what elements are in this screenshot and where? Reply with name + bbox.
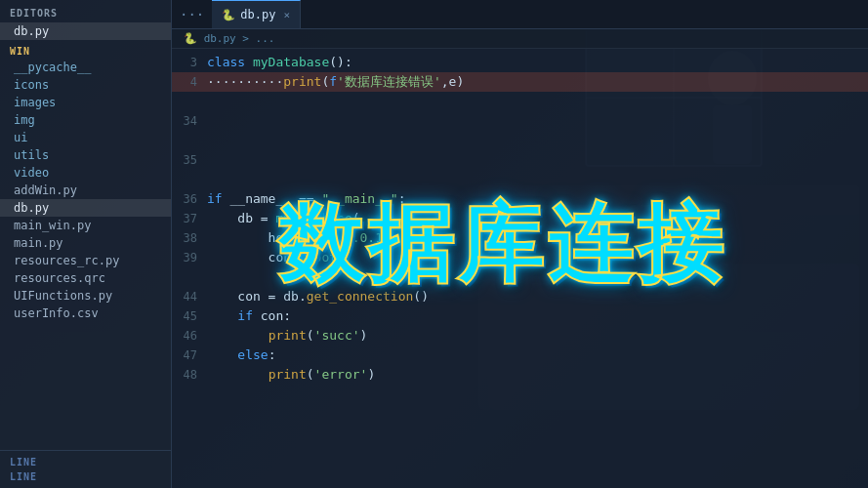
line-num-36: 36 [172, 189, 207, 209]
sidebar-bottom: LINE LINE [0, 450, 171, 488]
code-line-blank1 [172, 92, 868, 111]
line-content-46: print('succ') [207, 326, 868, 346]
line-content-47: else: [207, 346, 868, 365]
line-num-44: 44 [172, 287, 207, 306]
code-line-47: 47 else: [172, 346, 868, 365]
sidebar-item-icons[interactable]: icons [0, 76, 171, 94]
tab-bar: ··· 🐍 db.py × [172, 0, 868, 29]
overlay-title: 数据库连接 [277, 186, 726, 303]
line-num-39: 39 [172, 248, 207, 267]
tab-more[interactable]: ··· [172, 7, 212, 22]
tab-label: db.py [240, 8, 275, 21]
sidebar-item-resourcesrcpy[interactable]: resources_rc.py [0, 252, 171, 269]
tab-dbpy[interactable]: 🐍 db.py × [212, 0, 301, 28]
sidebar-item-video[interactable]: video [0, 164, 171, 182]
line-content-blank2 [207, 131, 868, 150]
sidebar-item-mainwinpy[interactable]: main_win.py [0, 217, 171, 234]
line-content-48: print('error') [207, 365, 868, 385]
line-num-3: 3 [172, 53, 207, 72]
code-line-48: 48 print('error') [172, 365, 868, 385]
code-line-34: 34 [172, 111, 868, 131]
sidebar-item-utils[interactable]: utils [0, 146, 171, 164]
sidebar-item-ui[interactable]: ui [0, 129, 171, 146]
sidebar-item-mainpy[interactable]: main.py [0, 234, 171, 252]
sidebar-item-userinfo[interactable]: userInfo.csv [0, 305, 171, 322]
line-num-45: 45 [172, 306, 207, 326]
line-content-35 [207, 150, 868, 170]
tab-close-icon[interactable]: × [283, 9, 290, 21]
sidebar-item-images[interactable]: images [0, 94, 171, 111]
win-label: WIN [0, 40, 171, 59]
python-icon: 🐍 [222, 9, 235, 21]
breadcrumb-path: db.py > ... [204, 32, 275, 45]
sidebar-item-img[interactable]: img [0, 111, 171, 129]
breadcrumb-icon: 🐍 [184, 32, 204, 45]
code-line-35: 35 [172, 150, 868, 170]
line-content-blank1 [207, 92, 868, 111]
status-line-2: LINE [0, 469, 171, 484]
sidebar: EDITORS db.py WIN __pycache__ icons imag… [0, 0, 172, 488]
code-line-3: 3 class myDatabase(): [172, 53, 868, 72]
sidebar-item-addwinpy[interactable]: addWin.py [0, 182, 171, 199]
sidebar-item-pycache[interactable]: __pycache__ [0, 59, 171, 76]
status-line-1: LINE [0, 455, 171, 469]
line-num-38: 38 [172, 228, 207, 248]
line-content-4: ··········print(f'数据库连接错误',e) [207, 72, 868, 92]
line-content-45: if con: [207, 306, 868, 326]
sidebar-item-uifunctions[interactable]: UIFunctions.py [0, 287, 171, 305]
line-num-37: 37 [172, 209, 207, 228]
breadcrumb: 🐍 db.py > ... [172, 29, 868, 49]
sidebar-item-resourcesqrc[interactable]: resources.qrc [0, 269, 171, 287]
code-line-45: 45 if con: [172, 306, 868, 326]
line-num-34: 34 [172, 111, 207, 131]
line-num-48: 48 [172, 365, 207, 385]
line-num-35: 35 [172, 150, 207, 170]
line-content-3: class myDatabase(): [207, 53, 868, 72]
sidebar-item-dbpy[interactable]: db.py [0, 199, 171, 217]
sidebar-item-dbpy-editors[interactable]: db.py [0, 22, 171, 40]
line-num-46: 46 [172, 326, 207, 346]
code-line-blank2 [172, 131, 868, 150]
line-num-4: 4 [172, 72, 207, 92]
code-line-46: 46 print('succ') [172, 326, 868, 346]
line-num-47: 47 [172, 346, 207, 365]
code-line-4: 4 ··········print(f'数据库连接错误',e) [172, 72, 868, 92]
editors-label: EDITORS [0, 0, 171, 22]
line-content-34 [207, 111, 868, 131]
